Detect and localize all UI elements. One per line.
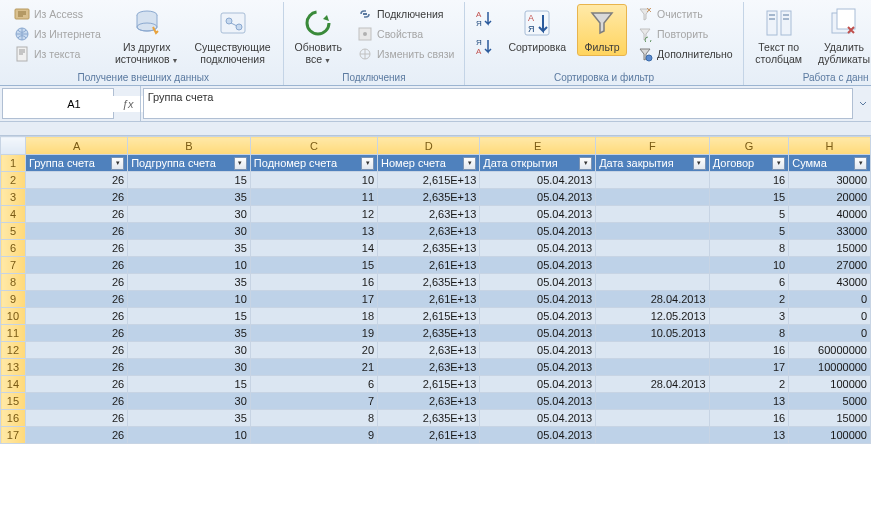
cell[interactable]: 2,635E+13 <box>378 325 480 342</box>
cell[interactable]: 15 <box>128 172 251 189</box>
cell[interactable]: 05.04.2013 <box>480 427 596 444</box>
cell[interactable]: 26 <box>25 359 127 376</box>
cell[interactable]: 26 <box>25 410 127 427</box>
filter-dropdown-button[interactable]: ▾ <box>361 157 374 170</box>
from-text-button[interactable]: Из текста <box>10 44 105 64</box>
cell[interactable] <box>596 257 710 274</box>
cell[interactable]: 10 <box>128 427 251 444</box>
cell[interactable] <box>596 342 710 359</box>
edit-links-button[interactable]: Изменить связи <box>353 44 458 64</box>
cell[interactable]: 8 <box>709 325 789 342</box>
worksheet-grid[interactable]: A B C D E F G H 1Группа счета▾Подгруппа … <box>0 136 871 444</box>
cell[interactable]: 17 <box>709 359 789 376</box>
row-header[interactable]: 7 <box>1 257 26 274</box>
filter-dropdown-button[interactable]: ▾ <box>693 157 706 170</box>
row-header[interactable]: 10 <box>1 308 26 325</box>
cell[interactable]: 17 <box>250 291 377 308</box>
cell[interactable] <box>596 359 710 376</box>
cell[interactable]: 60000000 <box>789 342 871 359</box>
cell[interactable]: 2,63E+13 <box>378 342 480 359</box>
cell[interactable]: 2,61E+13 <box>378 257 480 274</box>
table-header-cell[interactable]: Договор▾ <box>709 155 789 172</box>
cell[interactable]: 2,635E+13 <box>378 410 480 427</box>
cell[interactable]: 10 <box>128 291 251 308</box>
cell[interactable]: 2 <box>709 376 789 393</box>
filter-dropdown-button[interactable]: ▾ <box>579 157 592 170</box>
col-header[interactable]: H <box>789 137 871 155</box>
filter-button[interactable]: Фильтр <box>577 4 627 56</box>
cell[interactable]: 2,635E+13 <box>378 274 480 291</box>
table-header-cell[interactable]: Подномер счета▾ <box>250 155 377 172</box>
cell[interactable]: 8 <box>709 240 789 257</box>
cell[interactable]: 30 <box>128 342 251 359</box>
row-header[interactable]: 4 <box>1 206 26 223</box>
cell[interactable]: 05.04.2013 <box>480 257 596 274</box>
filter-dropdown-button[interactable]: ▾ <box>854 157 867 170</box>
row-header[interactable]: 13 <box>1 359 26 376</box>
cell[interactable]: 28.04.2013 <box>596 291 710 308</box>
cell[interactable]: 05.04.2013 <box>480 172 596 189</box>
cell[interactable]: 43000 <box>789 274 871 291</box>
row-header[interactable]: 2 <box>1 172 26 189</box>
cell[interactable]: 10 <box>250 172 377 189</box>
cell[interactable]: 14 <box>250 240 377 257</box>
col-header[interactable]: G <box>709 137 789 155</box>
row-header[interactable]: 15 <box>1 393 26 410</box>
cell[interactable]: 3 <box>709 308 789 325</box>
cell[interactable]: 05.04.2013 <box>480 325 596 342</box>
sort-asc-button[interactable]: АЯ <box>471 5 497 31</box>
cell[interactable]: 12 <box>250 206 377 223</box>
cell[interactable]: 100000 <box>789 376 871 393</box>
cell[interactable] <box>596 427 710 444</box>
from-other-sources-button[interactable]: Из других источников▼ <box>111 4 183 68</box>
cell[interactable]: 30 <box>128 393 251 410</box>
cell[interactable]: 10 <box>128 257 251 274</box>
fx-label[interactable]: ƒx <box>116 86 141 121</box>
cell[interactable]: 11 <box>250 189 377 206</box>
table-header-cell[interactable]: Номер счета▾ <box>378 155 480 172</box>
cell[interactable]: 35 <box>128 274 251 291</box>
cell[interactable] <box>596 189 710 206</box>
cell[interactable]: 05.04.2013 <box>480 376 596 393</box>
cell[interactable]: 16 <box>709 342 789 359</box>
text-to-columns-button[interactable]: Текст по столбцам <box>750 4 808 68</box>
cell[interactable]: 10.05.2013 <box>596 325 710 342</box>
row-header[interactable]: 1 <box>1 155 26 172</box>
cell[interactable]: 2,635E+13 <box>378 240 480 257</box>
cell[interactable]: 26 <box>25 325 127 342</box>
cell[interactable]: 26 <box>25 172 127 189</box>
cell[interactable]: 05.04.2013 <box>480 274 596 291</box>
cell[interactable]: 15 <box>128 308 251 325</box>
filter-dropdown-button[interactable]: ▾ <box>772 157 785 170</box>
col-header[interactable]: F <box>596 137 710 155</box>
cell[interactable]: 2,61E+13 <box>378 427 480 444</box>
cell[interactable]: 26 <box>25 274 127 291</box>
cell[interactable]: 100000 <box>789 427 871 444</box>
cell[interactable]: 0 <box>789 291 871 308</box>
cell[interactable]: 30 <box>128 206 251 223</box>
cell[interactable]: 6 <box>250 376 377 393</box>
cell[interactable]: 30000 <box>789 172 871 189</box>
row-header[interactable]: 12 <box>1 342 26 359</box>
cell[interactable]: 05.04.2013 <box>480 410 596 427</box>
from-web-button[interactable]: Из Интернета <box>10 24 105 44</box>
row-header[interactable]: 11 <box>1 325 26 342</box>
row-header[interactable]: 16 <box>1 410 26 427</box>
cell[interactable]: 15 <box>128 376 251 393</box>
cell[interactable]: 2,61E+13 <box>378 291 480 308</box>
cell[interactable]: 15000 <box>789 240 871 257</box>
cell[interactable]: 28.04.2013 <box>596 376 710 393</box>
select-all-corner[interactable] <box>1 137 26 155</box>
cell[interactable]: 2 <box>709 291 789 308</box>
cell[interactable]: 16 <box>709 172 789 189</box>
cell[interactable]: 35 <box>128 325 251 342</box>
row-header[interactable]: 3 <box>1 189 26 206</box>
cell[interactable]: 26 <box>25 376 127 393</box>
cell[interactable]: 16 <box>709 410 789 427</box>
cell[interactable]: 19 <box>250 325 377 342</box>
properties-button[interactable]: Свойства <box>353 24 458 44</box>
cell[interactable]: 2,63E+13 <box>378 206 480 223</box>
cell[interactable] <box>596 172 710 189</box>
filter-dropdown-button[interactable]: ▾ <box>463 157 476 170</box>
cell[interactable]: 26 <box>25 427 127 444</box>
